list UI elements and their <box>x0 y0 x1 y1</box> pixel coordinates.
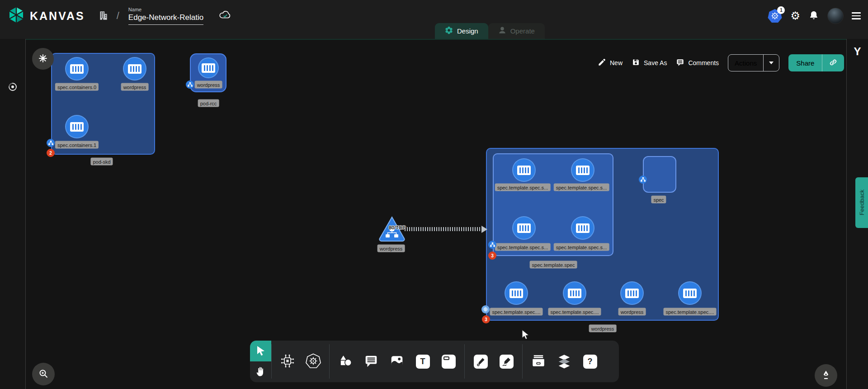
breadcrumb: / Name Edge-Network-Relatio <box>98 7 232 25</box>
select-cursor-icon <box>255 345 266 357</box>
node-label: spec.template.spec.... <box>664 308 717 316</box>
dock-toggle-button[interactable] <box>32 48 54 70</box>
settings-button[interactable]: ⚙ <box>790 10 800 21</box>
dropdown-caret-icon <box>769 62 774 64</box>
comments-button[interactable]: Comments <box>676 58 719 68</box>
tab-design[interactable]: Design <box>435 23 488 39</box>
container-icon <box>202 63 215 73</box>
organization-button[interactable] <box>98 9 109 23</box>
kubernetes-components-button[interactable] <box>305 353 321 370</box>
container-icon <box>568 289 581 298</box>
help-button[interactable]: ? <box>582 353 598 370</box>
text-tool-icon: T <box>416 355 430 369</box>
freehand-pen-button[interactable] <box>498 353 514 370</box>
container-node[interactable] <box>563 281 586 305</box>
image-tool-button[interactable] <box>389 353 405 370</box>
share-link-icon <box>829 58 838 68</box>
container-node[interactable] <box>512 216 536 240</box>
pan-tool-button[interactable] <box>250 361 271 382</box>
canvas-toolbar: T <box>250 341 619 382</box>
node-label: wordpress <box>195 81 222 89</box>
zoom-search-button[interactable] <box>32 363 55 385</box>
replica-badge-icon <box>481 305 490 313</box>
sitemap-badge-icon <box>639 176 647 184</box>
container-node[interactable] <box>65 115 89 138</box>
container-icon <box>70 122 84 132</box>
text-tool-button[interactable]: T <box>415 353 431 370</box>
node-label: spec.containers.1 <box>55 141 99 149</box>
container-icon <box>509 289 523 298</box>
node-label: pod-rcc <box>198 100 219 107</box>
design-name-input[interactable]: Edge-Network-Relatio <box>128 13 203 25</box>
error-count-badge[interactable]: 3 <box>482 315 490 323</box>
breadcrumb-separator: / <box>117 10 119 22</box>
integrations-circuit-icon <box>279 353 296 370</box>
hamburger-bar <box>852 12 861 13</box>
node-label: wordpress <box>618 308 646 316</box>
app-header: KANVAS <box>0 0 868 39</box>
container-icon <box>70 64 84 74</box>
container-node[interactable] <box>678 281 702 305</box>
kanvas-logo[interactable]: KANVAS <box>7 6 85 26</box>
copy-link-button[interactable] <box>822 54 844 71</box>
notifications-button[interactable] <box>808 10 819 22</box>
error-count-badge[interactable]: 2 <box>47 149 55 157</box>
comment-tool-button[interactable] <box>363 353 379 370</box>
container-node[interactable] <box>505 281 528 305</box>
menu-hamburger-button[interactable] <box>852 12 861 19</box>
edge-pen-button[interactable] <box>472 353 489 370</box>
shapes-tool-button[interactable] <box>337 353 354 370</box>
organization-building-icon <box>98 16 109 23</box>
share-button[interactable]: Share <box>788 54 822 71</box>
comment-tool-icon <box>363 353 379 370</box>
canvas-action-bar: New Save As Comments A <box>598 54 844 71</box>
container-icon <box>128 64 142 74</box>
shapes-icon <box>337 353 354 370</box>
container-node[interactable] <box>512 158 536 182</box>
spec-node[interactable] <box>643 156 676 193</box>
service-edge[interactable] <box>405 227 482 231</box>
pointer-tools <box>250 341 271 382</box>
dock-toggle-asterisk-icon <box>38 54 47 64</box>
kubernetes-context-icon <box>768 18 782 24</box>
layers-button[interactable] <box>556 353 572 370</box>
container-node[interactable] <box>65 57 89 81</box>
note-tool-button[interactable] <box>440 353 457 370</box>
header-row: KANVAS <box>0 0 868 32</box>
drawer-button[interactable] <box>530 353 547 370</box>
tab-operate[interactable]: Operate <box>488 23 545 39</box>
drawing-tools <box>465 341 522 382</box>
hamburger-bar <box>852 15 861 16</box>
container-node[interactable] <box>198 57 219 78</box>
tab-operate-label: Operate <box>510 27 535 35</box>
save-as-button[interactable]: Save As <box>632 58 667 68</box>
container-node[interactable] <box>571 158 594 182</box>
pen-mode-button[interactable] <box>815 364 837 387</box>
image-tool-icon <box>389 353 405 370</box>
feedback-tab[interactable]: Feedback <box>855 177 868 228</box>
mouse-cursor <box>520 329 531 343</box>
container-node[interactable] <box>571 216 594 240</box>
operate-robot-icon <box>498 26 506 36</box>
user-avatar[interactable] <box>827 8 844 24</box>
node-label: wordpress <box>121 83 149 91</box>
template-spec-group[interactable] <box>493 153 613 256</box>
settings-gear-icon: ⚙ <box>790 9 800 22</box>
new-label: New <box>610 59 623 66</box>
actions-split-button: Actions <box>728 54 779 71</box>
comments-bubble-icon <box>676 58 684 68</box>
integrations-button[interactable] <box>279 353 296 370</box>
container-node[interactable] <box>123 57 146 81</box>
layers-stack-icon <box>557 353 572 370</box>
select-tool-button[interactable] <box>250 341 271 361</box>
container-node[interactable] <box>620 281 644 305</box>
error-count-badge[interactable]: 3 <box>488 251 496 260</box>
new-design-button[interactable]: New <box>598 58 623 68</box>
kubernetes-context-button[interactable]: 1 <box>768 9 782 23</box>
actions-button[interactable]: Actions <box>728 55 763 71</box>
actions-dropdown-button[interactable] <box>764 55 779 71</box>
node-label: spec.template.spec.s... <box>495 184 551 191</box>
header-right-cluster: 1 ⚙ <box>768 0 861 32</box>
sync-status-button[interactable] <box>8 82 17 93</box>
design-name-field[interactable]: Name Edge-Network-Relatio <box>128 7 203 25</box>
